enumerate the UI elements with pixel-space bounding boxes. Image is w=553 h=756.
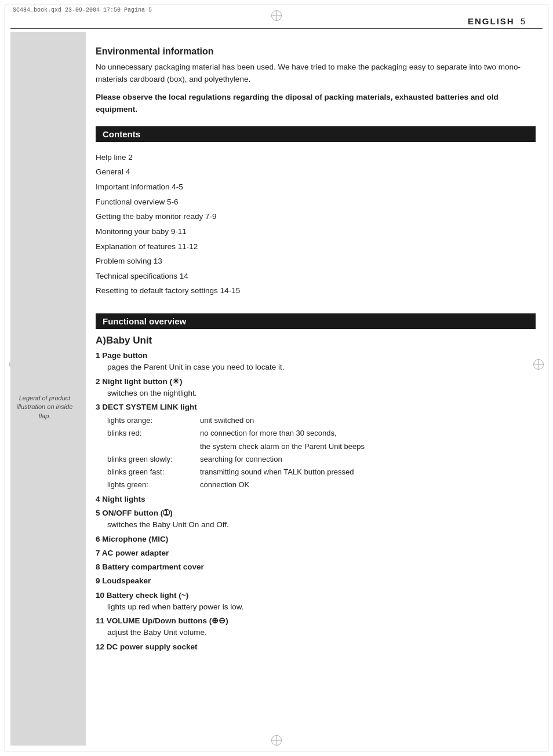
item-number: 5: [96, 509, 102, 517]
item-label: ON/OFF button (➀): [102, 509, 172, 517]
item-description: adjust the Baby Unit volume.: [96, 627, 536, 638]
contents-item: Help line 2: [96, 150, 536, 165]
item-description: pages the Parent Unit in case you need t…: [96, 361, 536, 373]
contents-item: Getting the baby monitor ready 7-9: [96, 209, 536, 224]
contents-item: Technical specifications 14: [96, 269, 536, 284]
dect-key: lights orange:: [107, 414, 200, 427]
dect-value: the system check alarm on the Parent Uni…: [200, 440, 536, 453]
dect-row: lights orange:unit switched on: [107, 414, 536, 427]
dect-value: connection OK: [200, 479, 536, 491]
list-item: 1 Page buttonpages the Parent Unit in ca…: [96, 350, 536, 374]
environmental-body: No unnecessary packaging material has be…: [96, 61, 536, 86]
item-label: Page button: [102, 351, 147, 360]
item-number: 6: [96, 535, 102, 543]
item-number: 2: [96, 377, 102, 386]
environmental-title: Environmental information: [96, 46, 536, 57]
item-number: 11: [96, 616, 107, 625]
dect-value: unit switched on: [200, 414, 536, 427]
item-label: Battery compartment cover: [102, 563, 204, 571]
item-number: 8: [96, 563, 102, 571]
functional-overview-header: Functional overview: [96, 313, 536, 329]
functional-overview-section: Functional overview A)Baby Unit 1 Page b…: [96, 313, 536, 653]
dect-row: blinks green fast:transmitting sound whe…: [107, 466, 536, 479]
item-label: Loudspeaker: [102, 576, 151, 585]
item-label: DC power supply socket: [107, 642, 198, 651]
crosshair-mid-right: [533, 359, 544, 370]
item-description: switches the Baby Unit On and Off.: [96, 519, 536, 531]
item-label: Battery check light (~): [107, 591, 188, 600]
list-item: 11 VOLUME Up/Down buttons (⊕⊖)adjust the…: [96, 615, 536, 639]
dect-key: blinks green fast:: [107, 466, 200, 479]
item-number: 1: [96, 351, 102, 360]
dect-row: blinks red:no connection for more than 3…: [107, 427, 536, 440]
contents-item: Important information 4-5: [96, 180, 536, 195]
item-number: 3: [96, 403, 102, 411]
list-item: 8 Battery compartment cover: [96, 561, 536, 573]
main-content: Environmental information No unnecessary…: [96, 46, 536, 673]
crosshair-bottom: [271, 735, 282, 746]
dect-row: blinks green slowly:searching for connec…: [107, 453, 536, 466]
contents-item: Monitoring your baby 9-11: [96, 224, 536, 239]
file-stamp: SC484_book.qxd 23-09-2004 17:50 Pagina 5: [13, 7, 152, 13]
header-page-number: 5: [521, 16, 525, 26]
item-label: Night lights: [102, 495, 145, 503]
item-number: 9: [96, 576, 102, 585]
environmental-notice: Please observe the local regulations reg…: [96, 92, 536, 116]
item-description: switches on the nightlight.: [96, 388, 536, 399]
contents-item: Explanation of features 11-12: [96, 239, 536, 254]
list-item: 2 Night light button (☀)switches on the …: [96, 376, 536, 400]
item-description: lights up red when battery power is low.: [96, 601, 536, 613]
item-label: AC power adapter: [102, 549, 169, 557]
item-label: Microphone (MIC): [102, 535, 168, 543]
dect-value: searching for connection: [200, 453, 536, 466]
list-item: 4 Night lights: [96, 494, 536, 505]
contents-item: Resetting to default factory settings 14…: [96, 283, 536, 298]
list-item: 9 Loudspeaker: [96, 575, 536, 587]
contents-section: Contents Help line 2General 4Important i…: [96, 126, 536, 308]
contents-item: Functional overview 5-6: [96, 195, 536, 210]
dect-key: blinks red:: [107, 427, 200, 440]
item-number: 10: [96, 591, 107, 600]
sidebar: [10, 32, 86, 746]
dect-value: no connection for more than 30 seconds,: [200, 427, 536, 440]
item-number: 12: [96, 642, 107, 651]
environmental-section: Environmental information No unnecessary…: [96, 46, 536, 116]
baby-unit-items: 1 Page buttonpages the Parent Unit in ca…: [96, 350, 536, 653]
list-item: 10 Battery check light (~)lights up red …: [96, 590, 536, 613]
dect-key: blinks green slowly:: [107, 453, 200, 466]
item-label: Night light button (☀): [102, 377, 182, 386]
header-title: ENGLISH: [468, 16, 515, 26]
dect-row: lights green:connection OK: [107, 479, 536, 491]
item-number: 4: [96, 495, 102, 503]
dect-key: lights green:: [107, 479, 200, 491]
crosshair-top: [271, 10, 282, 21]
dect-table: lights orange:unit switched onblinks red…: [107, 414, 536, 491]
list-item: 5 ON/OFF button (➀)switches the Baby Uni…: [96, 507, 536, 531]
baby-unit-title: A)Baby Unit: [96, 335, 536, 346]
item-label: DECT SYSTEM LINK light: [102, 403, 197, 411]
dect-key: [107, 440, 200, 453]
dect-value: transmitting sound when TALK button pres…: [200, 466, 536, 479]
contents-list: Help line 2General 4Important informatio…: [96, 148, 536, 308]
item-number: 7: [96, 549, 102, 557]
list-item: 7 AC power adapter: [96, 547, 536, 559]
contents-item: Problem solving 13: [96, 254, 536, 269]
list-item: 3 DECT SYSTEM LINK lightlights orange:un…: [96, 401, 536, 491]
list-item: 12 DC power supply socket: [96, 641, 536, 653]
dect-row: the system check alarm on the Parent Uni…: [107, 440, 536, 453]
item-label: VOLUME Up/Down buttons (⊕⊖): [107, 616, 228, 625]
contents-header: Contents: [96, 126, 536, 142]
list-item: 6 Microphone (MIC): [96, 534, 536, 545]
legend-text: Legend of product illustration on inside…: [13, 394, 77, 421]
contents-item: General 4: [96, 165, 536, 180]
